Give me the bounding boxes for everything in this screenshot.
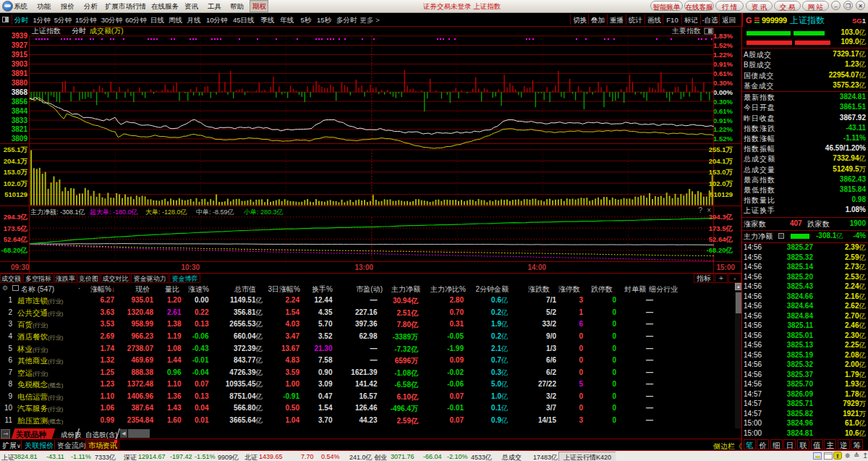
- svg-text:3833: 3833: [12, 117, 28, 124]
- svg-text:3880: 3880: [12, 79, 28, 87]
- svg-text:510129: 510129: [4, 190, 27, 198]
- svg-text:3844: 3844: [12, 107, 28, 115]
- svg-text:52.64亿: 52.64亿: [709, 235, 733, 243]
- svg-text:173.5亿: 173.5亿: [709, 224, 733, 232]
- svg-text:3868: 3868: [12, 88, 28, 96]
- svg-text:13:00: 13:00: [354, 263, 373, 271]
- svg-text:1.22%: 1.22%: [713, 125, 733, 133]
- svg-text:294.3亿: 294.3亿: [709, 213, 733, 221]
- svg-text:0.00%: 0.00%: [713, 88, 733, 96]
- svg-text:3809: 3809: [12, 135, 28, 143]
- svg-text:3927: 3927: [12, 41, 28, 49]
- svg-text:153.0万: 153.0万: [4, 168, 28, 176]
- svg-text:0.30%: 0.30%: [713, 79, 733, 87]
- svg-text:?: ?: [698, 206, 702, 214]
- svg-text:0.61%: 0.61%: [713, 107, 733, 115]
- svg-text:大单: -128.0亿: 大单: -128.0亿: [145, 208, 187, 216]
- svg-text:14:00: 14:00: [527, 263, 546, 271]
- svg-text:中单: -8.59亿: 中单: -8.59亿: [196, 208, 234, 216]
- svg-text:3856: 3856: [12, 98, 28, 106]
- svg-text:52.64亿: 52.64亿: [4, 235, 28, 243]
- svg-text:主要指数: 主要指数: [671, 28, 701, 35]
- svg-text:255.1万: 255.1万: [4, 145, 28, 153]
- svg-text:成交额(万): 成交额(万): [90, 28, 124, 35]
- svg-text:10:30: 10:30: [181, 263, 200, 271]
- svg-text:0.91%: 0.91%: [713, 60, 733, 68]
- svg-text:09:30: 09:30: [11, 263, 30, 271]
- svg-text:0.61%: 0.61%: [713, 69, 733, 77]
- svg-text:-68.20亿: -68.20亿: [707, 246, 733, 254]
- svg-text:173.5亿: 173.5亿: [4, 224, 28, 232]
- svg-text:1.83%: 1.83%: [713, 32, 733, 40]
- svg-text:0.91%: 0.91%: [713, 117, 733, 124]
- svg-text:510129: 510129: [710, 190, 733, 198]
- svg-text:15:00: 15:00: [716, 263, 735, 271]
- svg-text:3939: 3939: [12, 32, 28, 40]
- svg-text:204.1万: 204.1万: [709, 157, 733, 165]
- svg-text:3903: 3903: [12, 60, 28, 68]
- svg-text:0.30%: 0.30%: [713, 98, 733, 106]
- svg-text:3915: 3915: [12, 51, 28, 59]
- svg-text:分时: 分时: [72, 28, 86, 35]
- svg-text:3821: 3821: [12, 125, 28, 133]
- svg-text:1.52%: 1.52%: [713, 41, 733, 49]
- svg-text:超大单: -180.0亿: 超大单: -180.0亿: [90, 208, 138, 216]
- svg-text:3891: 3891: [12, 69, 28, 77]
- svg-text:204.1万: 204.1万: [4, 157, 28, 165]
- svg-text:1.52%: 1.52%: [713, 135, 733, 143]
- svg-text:主力净额: -308.1亿: 主力净额: -308.1亿: [30, 208, 85, 216]
- svg-text:294.3亿: 294.3亿: [4, 213, 28, 221]
- svg-text:上证指数: 上证指数: [31, 28, 61, 35]
- svg-text:102.0万: 102.0万: [4, 179, 28, 187]
- svg-text:255.1万: 255.1万: [709, 145, 733, 153]
- svg-text:-68.20亿: -68.20亿: [1, 246, 28, 254]
- svg-text:1.22%: 1.22%: [713, 51, 733, 59]
- svg-text:小单: 280.3亿: 小单: 280.3亿: [243, 208, 284, 216]
